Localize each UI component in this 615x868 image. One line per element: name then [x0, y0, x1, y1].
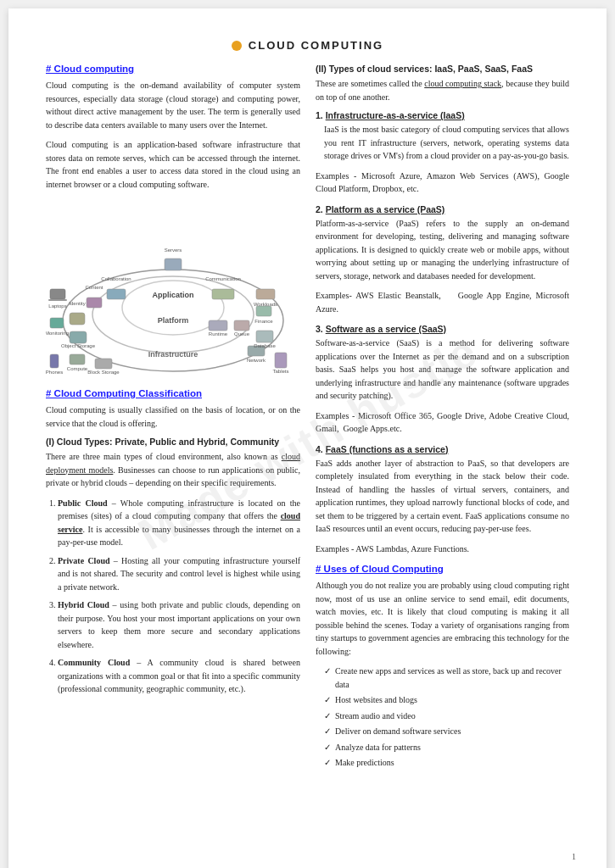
svg-text:Content: Content	[85, 285, 103, 290]
saas-number-label: 3. Software as a service (SaaS)	[316, 324, 569, 334]
iaas-desc: IaaS is the most basic category of cloud…	[316, 123, 569, 163]
svg-text:Collaboration: Collaboration	[101, 276, 131, 281]
list-item: Stream audio and video	[324, 709, 569, 723]
svg-text:Finance: Finance	[254, 319, 273, 324]
svg-text:Monitoring: Monitoring	[46, 331, 69, 336]
cloud-types-subheading: (I) Cloud Types: Private, Public and Hyb…	[46, 437, 300, 447]
faas-section: 4. FaaS (functions as a service) FaaS ad…	[316, 444, 569, 556]
svg-text:Phones: Phones	[46, 370, 63, 375]
diagram-container: Application Platform Infrastructure Lapt…	[46, 198, 300, 380]
cloud-computing-section: # Cloud computing Cloud computing is the…	[46, 64, 300, 191]
svg-rect-41	[256, 331, 273, 342]
iaas-examples: Examples - Microsoft Azure, Amazon Web S…	[316, 170, 569, 196]
svg-rect-35	[275, 353, 287, 368]
cloud-types-label: (I) Cloud Types: Private, Public and Hyb…	[46, 437, 279, 447]
svg-text:Laptops: Laptops	[48, 303, 66, 309]
svg-rect-9	[50, 318, 64, 328]
svg-rect-19	[70, 313, 85, 325]
two-column-layout: # Cloud computing Cloud computing is the…	[46, 64, 569, 778]
svg-rect-23	[107, 289, 126, 299]
faas-desc: FaaS adds another layer of abstraction t…	[316, 457, 569, 536]
paas-number-label: 2. Platform as a service (PaaS)	[316, 204, 569, 214]
svg-rect-39	[234, 320, 249, 331]
paas-desc: Platform-as-a-service (PaaS) refers to t…	[316, 217, 569, 283]
uses-intro: Although you do not realize you are prob…	[316, 579, 569, 658]
left-column: # Cloud computing Cloud computing is the…	[46, 64, 300, 778]
faas-number-label: 4. FaaS (functions as a service)	[316, 444, 569, 454]
faas-examples: Examples - AWS Lambdas, Azure Functions.	[316, 542, 569, 556]
svg-rect-31	[212, 289, 234, 299]
svg-rect-11	[50, 354, 59, 368]
page-title: CLOUD COMPUTING	[249, 39, 383, 52]
list-item: Private Cloud – Hosting all your computi…	[58, 554, 300, 594]
orange-dot-icon	[232, 41, 242, 51]
cloud-computing-p1: Cloud computing is the on-demand availab…	[46, 79, 300, 131]
list-item: Community Cloud – A community cloud is s…	[58, 656, 300, 696]
svg-rect-15	[95, 359, 112, 369]
svg-text:Runtime: Runtime	[209, 331, 228, 337]
page-number: 1	[572, 852, 576, 861]
svg-rect-25	[165, 259, 182, 270]
svg-text:Network: Network	[247, 358, 266, 363]
saas-desc: Software-as-a-service (SaaS) is a method…	[316, 337, 569, 403]
svg-text:Tablets: Tablets	[272, 369, 288, 374]
classification-heading: # Cloud Computing Classification	[46, 388, 300, 398]
page: Made with hustle CLOUD COMPUTING # Cloud…	[8, 8, 607, 868]
svg-text:Identity: Identity	[69, 301, 85, 306]
cloud-services-section: (II) Types of cloud services: IaaS, PaaS…	[316, 64, 569, 555]
page-title-area: CLOUD COMPUTING	[46, 39, 569, 52]
cloud-services-heading: (II) Types of cloud services: IaaS, PaaS…	[316, 64, 569, 74]
cloud-diagram-svg: Application Platform Infrastructure Lapt…	[46, 198, 300, 380]
cloud-types-desc: There are three main types of cloud envi…	[46, 450, 300, 490]
cloud-types-list: Public Cloud – Whole computing infrastru…	[46, 497, 300, 696]
svg-text:Platform: Platform	[158, 316, 189, 325]
svg-text:Block Storage: Block Storage	[87, 370, 120, 375]
cloud-computing-heading: # Cloud computing	[46, 64, 300, 74]
list-item: Host websites and blogs	[324, 693, 569, 707]
svg-text:Compute: Compute	[67, 366, 88, 371]
right-column: (II) Types of cloud services: IaaS, PaaS…	[316, 64, 569, 778]
saas-examples: Examples - Microsoft Office 365, Google …	[316, 409, 569, 436]
paas-examples: Examples- AWS Elastic Beanstalk, Google …	[316, 289, 569, 315]
saas-section: 3. Software as a service (SaaS) Software…	[316, 324, 569, 436]
iaas-section: 1. Infrastructure-as-a-service (IaaS) Ia…	[316, 110, 569, 196]
svg-rect-29	[256, 306, 271, 316]
svg-point-1	[92, 276, 254, 353]
paas-section: 2. Platform as a service (PaaS) Platform…	[316, 204, 569, 316]
list-item: Deliver on demand software services	[324, 725, 569, 738]
svg-rect-13	[70, 354, 85, 364]
iaas-number-label: 1. Infrastructure-as-a-service (IaaS)	[316, 110, 569, 120]
classification-section: # Cloud Computing Classification Cloud c…	[46, 388, 300, 696]
svg-rect-27	[256, 289, 275, 299]
classification-p1: Cloud computing is usually classified on…	[46, 403, 300, 430]
svg-rect-6	[50, 289, 65, 299]
uses-list: Create new apps and services as well as …	[316, 665, 569, 770]
svg-rect-7	[48, 299, 67, 301]
svg-text:Object Storage: Object Storage	[61, 343, 96, 348]
cloud-computing-p2: Cloud computing is an application-based …	[46, 138, 300, 191]
svg-text:Infrastructure: Infrastructure	[148, 350, 198, 359]
cloud-services-intro: These are sometimes called the cloud com…	[316, 77, 569, 103]
svg-rect-37	[209, 320, 227, 331]
list-item: Make predictions	[324, 756, 569, 770]
svg-text:Queue: Queue	[234, 331, 250, 337]
list-item: Create new apps and services as well as …	[324, 665, 569, 691]
svg-rect-17	[70, 331, 87, 343]
svg-text:Communication: Communication	[205, 276, 241, 281]
svg-rect-21	[87, 298, 102, 308]
list-item: Public Cloud – Whole computing infrastru…	[58, 497, 300, 549]
list-item: Analyze data for patterns	[324, 741, 569, 754]
svg-text:Application: Application	[153, 291, 194, 299]
uses-heading: # Uses of Cloud Computing	[316, 564, 569, 574]
svg-text:Servers: Servers	[165, 248, 182, 253]
svg-text:Database: Database	[254, 343, 276, 348]
uses-section: # Uses of Cloud Computing Although you d…	[316, 564, 569, 770]
list-item: Hybrid Cloud – using both private and pu…	[58, 598, 300, 651]
